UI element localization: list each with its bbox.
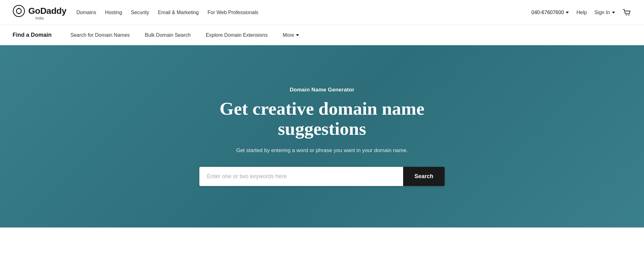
top-right-actions: 040-67607600 Help Sign In: [531, 8, 631, 17]
more-chevron-icon: [296, 34, 299, 36]
nav-link-domains[interactable]: Domains: [76, 10, 96, 15]
signin-chevron-icon: [612, 12, 615, 14]
hero-content: Domain Name Generator Get creative domai…: [199, 87, 445, 186]
hero-description: Get started by entering a word or phrase…: [199, 146, 445, 155]
help-link[interactable]: Help: [576, 10, 587, 15]
cart-icon[interactable]: [623, 8, 631, 17]
hero-section: Domain Name Generator Get creative domai…: [0, 45, 644, 227]
link-bulk-domain-search[interactable]: Bulk Domain Search: [145, 32, 191, 38]
logo-area[interactable]: GoDaddy India: [13, 5, 66, 20]
secondary-navigation: Find a Domain Search for Domain Names Bu…: [0, 25, 644, 45]
phone-chevron-icon: [566, 12, 569, 14]
link-search-domain-names[interactable]: Search for Domain Names: [70, 32, 130, 38]
logo-wrapper: GoDaddy: [13, 5, 66, 17]
nav-link-hosting[interactable]: Hosting: [105, 10, 122, 15]
hero-subtitle: Domain Name Generator: [199, 87, 445, 93]
phone-button[interactable]: 040-67607600: [531, 10, 569, 15]
logo-region: India: [35, 16, 43, 20]
main-nav: Domains Hosting Security Email & Marketi…: [76, 10, 531, 15]
domain-search-bar: Search: [199, 167, 445, 186]
link-explore-domain-extensions[interactable]: Explore Domain Extensions: [206, 32, 268, 38]
signin-label: Sign In: [594, 10, 610, 15]
more-dropdown-button[interactable]: More: [283, 32, 299, 38]
nav-link-email-marketing[interactable]: Email & Marketing: [158, 10, 199, 15]
svg-point-0: [13, 5, 25, 17]
more-label: More: [283, 32, 294, 38]
phone-number: 040-67607600: [531, 10, 564, 15]
find-domain-label: Find a Domain: [13, 32, 52, 38]
secondary-links: Search for Domain Names Bulk Domain Sear…: [70, 32, 299, 38]
signin-button[interactable]: Sign In: [594, 10, 615, 15]
godaddy-logo-icon: [13, 5, 25, 17]
nav-link-web-professionals[interactable]: For Web Professionals: [208, 10, 258, 15]
nav-link-security[interactable]: Security: [131, 10, 149, 15]
domain-search-input[interactable]: [199, 167, 403, 186]
svg-point-4: [629, 14, 630, 15]
hero-title: Get creative domain name suggestions: [199, 99, 445, 139]
top-navigation: GoDaddy India Domains Hosting Security E…: [0, 0, 644, 25]
domain-search-button[interactable]: Search: [403, 167, 445, 186]
logo-text: GoDaddy: [28, 6, 66, 16]
svg-point-3: [626, 14, 627, 15]
